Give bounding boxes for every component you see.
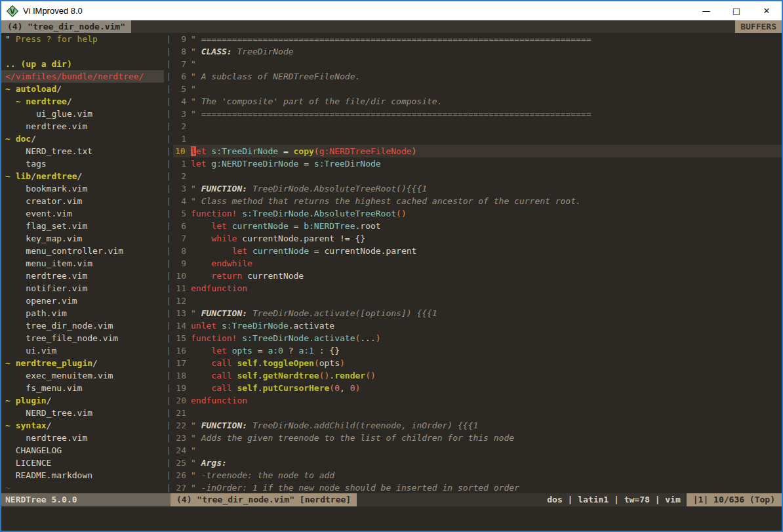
tree-item[interactable]: path.vim: [1, 307, 164, 319]
code-token: let: [211, 346, 226, 356]
code-line[interactable]: 19 call self.putCursorHere(0, 0): [173, 382, 782, 394]
code-line[interactable]: 1: [173, 133, 782, 145]
minimize-button[interactable]: —: [691, 1, 721, 20]
code-line[interactable]: 17 call self.toggleOpen(opts): [173, 357, 782, 369]
buffers-label: BUFFERS: [735, 20, 782, 33]
code-token: [191, 358, 211, 368]
code-line[interactable]: 7": [173, 58, 782, 70]
tree-item[interactable]: menu_controller.vim: [1, 245, 164, 257]
code-line[interactable]: 5function! s:TreeDirNode.AbsoluteTreeRoo…: [173, 207, 782, 220]
code-line[interactable]: 16 let opts = a:0 ? a:1 : {}: [173, 344, 782, 357]
tree-item[interactable]: CHANGELOG: [1, 444, 164, 457]
code-token: =: [298, 159, 313, 169]
code-token: [191, 383, 211, 393]
tree-item[interactable]: NERD_tree.txt: [1, 145, 164, 157]
code-line[interactable]: 10 return currentNode: [173, 270, 782, 282]
code-line[interactable]: 3" =====================================…: [173, 108, 782, 120]
code-line[interactable]: 7 while currentNode.parent != {}: [173, 232, 782, 245]
tree-item[interactable]: ~ plugin/: [1, 394, 164, 407]
tree-item[interactable]: ~ syntax/: [1, 419, 164, 432]
tree-item[interactable]: tags: [1, 157, 164, 170]
tree-item[interactable]: nerdtree.vim: [1, 270, 164, 282]
tree-item[interactable]: README.markdown: [1, 469, 164, 481]
tree-item[interactable]: .. (up a dir): [1, 58, 164, 70]
maximize-button[interactable]: □: [721, 1, 752, 20]
tree-item[interactable]: event.vim: [1, 207, 164, 220]
code-line[interactable]: 21: [173, 407, 782, 419]
code-token: currentNode.parent != {}: [237, 234, 365, 243]
tree-item[interactable]: ~ doc/: [1, 133, 164, 145]
tree-item[interactable]: ~ nerdtree/: [1, 95, 164, 108]
tree-item[interactable]: ui_glue.vim: [1, 108, 164, 120]
code-line[interactable]: 8" CLASS: TreeDirNode: [173, 45, 782, 58]
code-token: /: [31, 171, 36, 181]
tree-item[interactable]: ~ nerdtree_plugin/: [1, 357, 164, 369]
tree-item[interactable]: NERD_tree.vim: [1, 407, 164, 419]
tree-item[interactable]: nerdtree.vim: [1, 120, 164, 133]
code-line[interactable]: 22" FUNCTION: TreeDirNode.addChild(treen…: [173, 419, 782, 432]
code-line[interactable]: 20endfunction: [173, 394, 782, 407]
tree-item[interactable]: ~ autoload/: [1, 83, 164, 95]
tree-item[interactable]: exec_menuitem.vim: [1, 369, 164, 382]
code-line[interactable]: 1let g:NERDTreeDirNode = s:TreeDirNode: [173, 157, 782, 170]
code-line[interactable]: 2: [173, 120, 782, 133]
code-line[interactable]: 5": [173, 83, 782, 95]
tree-item[interactable]: opener.vim: [1, 295, 164, 307]
code-line[interactable]: 6" A subclass of NERDTreeFileNode.: [173, 70, 782, 83]
tree-item[interactable]: flag_set.vim: [1, 220, 164, 232]
code-line[interactable]: 12: [173, 295, 782, 307]
code-line[interactable]: 4" Class method that returns the highest…: [173, 195, 782, 207]
code-line[interactable]: 8 let currentNode = currentNode.parent: [173, 245, 782, 257]
tree-item[interactable]: key_map.vim: [1, 232, 164, 245]
line-number: 7: [173, 58, 191, 70]
code-line[interactable]: 6 let currentNode = b:NERDTree.root: [173, 220, 782, 232]
code-line[interactable]: 26" -treenode: the node to add: [173, 469, 782, 481]
code-line[interactable]: 2: [173, 170, 782, 182]
tab-current[interactable]: (4) "tree_dir_node.vim": [1, 20, 131, 33]
tree-item[interactable]: tree_dir_node.vim: [1, 319, 164, 332]
tree-item[interactable]: ui.vim: [1, 344, 164, 357]
tree-item[interactable]: [1, 45, 164, 58]
separator-glyph: |: [164, 444, 173, 457]
separator-glyph: |: [164, 295, 173, 307]
code-line[interactable]: 9" =====================================…: [173, 33, 782, 45]
split-separator[interactable]: |||||||||||||||||||||||||||||||||||||: [164, 33, 173, 493]
close-button[interactable]: ✕: [752, 1, 782, 20]
tree-item[interactable]: </vimfiles/bundle/nerdtree/: [1, 70, 164, 83]
code-line[interactable]: 23" Adds the given treenode to the list …: [173, 432, 782, 444]
tree-item[interactable]: LICENCE: [1, 457, 164, 469]
code-token: self: [237, 383, 257, 393]
code-line[interactable]: 3" FUNCTION: TreeDirNode.AbsoluteTreeRoo…: [173, 182, 782, 195]
code-token: ": [5, 34, 10, 44]
code-line[interactable]: 25" Args:: [173, 457, 782, 469]
code-line[interactable]: 24": [173, 444, 782, 457]
line-number: 23: [173, 432, 191, 444]
code-line[interactable]: 18 call self.getNerdtree().render(): [173, 369, 782, 382]
line-number: 11: [173, 282, 191, 295]
separator-glyph: |: [164, 145, 173, 157]
code-line[interactable]: 27" -inOrder: 1 if the new node should b…: [173, 481, 782, 493]
code-token: copy: [294, 146, 314, 156]
tree-item[interactable]: menu_item.vim: [1, 257, 164, 270]
code-text: ": [191, 444, 196, 457]
tree-item[interactable]: tree_file_node.vim: [1, 332, 164, 344]
tree-item[interactable]: nerdtree.vim: [1, 432, 164, 444]
line-number: 15: [173, 332, 191, 344]
code-token: ...: [360, 333, 375, 343]
code-line[interactable]: 14unlet s:TreeDirNode.activate: [173, 319, 782, 332]
tree-item[interactable]: notifier.vim: [1, 282, 164, 295]
code-token: Press ? for help: [10, 34, 98, 44]
code-line[interactable]: 11endfunction: [173, 282, 782, 295]
code-line[interactable]: 15function! s:TreeDirNode.activate(...): [173, 332, 782, 344]
code-line-current[interactable]: 10let s:TreeDirNode = copy(g:NERDTreeFil…: [173, 145, 782, 157]
tree-item[interactable]: fs_menu.vim: [1, 382, 164, 394]
code-token: " The 'composite' part of the file/dir c…: [191, 96, 443, 106]
code-token: ": [191, 308, 201, 318]
code-token: ": [191, 420, 201, 430]
tree-item[interactable]: bookmark.vim: [1, 182, 164, 195]
code-line[interactable]: 9 endwhile: [173, 257, 782, 270]
tree-item[interactable]: ~ lib/nerdtree/: [1, 170, 164, 182]
tree-item[interactable]: creator.vim: [1, 195, 164, 207]
code-line[interactable]: 13" FUNCTION: TreeDirNode.activate([opti…: [173, 307, 782, 319]
code-line[interactable]: 4" The 'composite' part of the file/dir …: [173, 95, 782, 108]
